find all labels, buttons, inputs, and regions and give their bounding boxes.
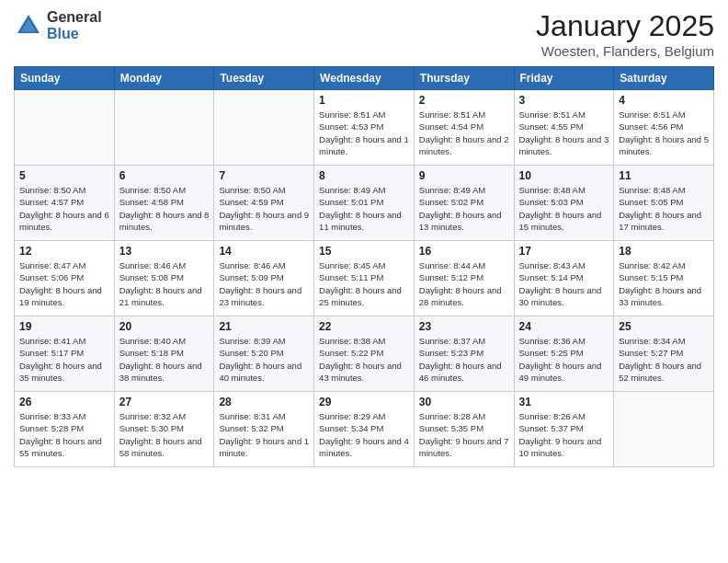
day-number: 28 <box>219 396 309 408</box>
cell-info: Sunrise: 8:51 AMSunset: 4:55 PMDaylight:… <box>519 109 609 157</box>
calendar-cell-w3-d6: 17Sunrise: 8:43 AMSunset: 5:14 PMDayligh… <box>514 241 614 316</box>
day-number: 22 <box>319 320 409 333</box>
calendar-cell-w5-d6: 31Sunrise: 8:26 AMSunset: 5:37 PMDayligh… <box>514 392 614 467</box>
day-number: 21 <box>219 320 309 333</box>
cell-info: Sunrise: 8:46 AMSunset: 5:08 PMDaylight:… <box>119 259 210 308</box>
day-number: 6 <box>119 169 210 182</box>
day-number: 29 <box>319 396 409 408</box>
header-saturday: Saturday <box>614 67 714 90</box>
day-number: 31 <box>519 396 609 408</box>
title-block: January 2025 Woesten, Flanders, Belgium <box>536 9 714 59</box>
calendar-cell-w3-d1: 12Sunrise: 8:47 AMSunset: 5:06 PMDayligh… <box>15 241 115 316</box>
day-number: 14 <box>219 245 309 258</box>
calendar-table: Sunday Monday Tuesday Wednesday Thursday… <box>14 66 714 467</box>
day-number: 8 <box>319 169 409 182</box>
cell-info: Sunrise: 8:48 AMSunset: 5:05 PMDaylight:… <box>619 184 709 233</box>
cell-info: Sunrise: 8:28 AMSunset: 5:35 PMDaylight:… <box>419 410 509 459</box>
calendar-cell-w4-d5: 23Sunrise: 8:37 AMSunset: 5:23 PMDayligh… <box>414 316 514 392</box>
calendar-cell-w2-d6: 10Sunrise: 8:48 AMSunset: 5:03 PMDayligh… <box>514 166 614 241</box>
cell-info: Sunrise: 8:51 AMSunset: 4:53 PMDaylight:… <box>319 109 409 157</box>
calendar-cell-w5-d5: 30Sunrise: 8:28 AMSunset: 5:35 PMDayligh… <box>414 392 514 467</box>
calendar-title: January 2025 <box>536 9 714 43</box>
cell-info: Sunrise: 8:49 AMSunset: 5:02 PMDaylight:… <box>419 184 509 233</box>
calendar-cell-w1-d1 <box>15 90 115 166</box>
cell-info: Sunrise: 8:49 AMSunset: 5:01 PMDaylight:… <box>319 184 409 233</box>
cell-info: Sunrise: 8:51 AMSunset: 4:56 PMDaylight:… <box>619 109 709 157</box>
day-number: 4 <box>619 94 709 107</box>
calendar-cell-w3-d7: 18Sunrise: 8:42 AMSunset: 5:15 PMDayligh… <box>614 241 714 316</box>
cell-info: Sunrise: 8:50 AMSunset: 4:58 PMDaylight:… <box>119 184 210 233</box>
cell-info: Sunrise: 8:38 AMSunset: 5:22 PMDaylight:… <box>319 335 409 384</box>
logo-text: General Blue <box>47 9 102 41</box>
day-number: 15 <box>319 245 409 258</box>
cell-info: Sunrise: 8:46 AMSunset: 5:09 PMDaylight:… <box>219 259 309 308</box>
header-monday: Monday <box>114 67 214 90</box>
cell-info: Sunrise: 8:51 AMSunset: 4:54 PMDaylight:… <box>419 109 509 157</box>
header-friday: Friday <box>514 67 614 90</box>
cell-info: Sunrise: 8:45 AMSunset: 5:11 PMDaylight:… <box>319 259 409 308</box>
day-number: 25 <box>619 320 709 333</box>
calendar-cell-w3-d2: 13Sunrise: 8:46 AMSunset: 5:08 PMDayligh… <box>114 241 214 316</box>
header-row: General Blue January 2025 Woesten, Fland… <box>14 9 714 59</box>
day-number: 3 <box>519 94 609 107</box>
calendar-body: 1Sunrise: 8:51 AMSunset: 4:53 PMDaylight… <box>15 90 714 467</box>
cell-info: Sunrise: 8:26 AMSunset: 5:37 PMDaylight:… <box>519 410 609 459</box>
day-number: 7 <box>219 169 309 182</box>
calendar-cell-w1-d2 <box>114 90 214 166</box>
calendar-cell-w5-d2: 27Sunrise: 8:32 AMSunset: 5:30 PMDayligh… <box>114 392 214 467</box>
calendar-cell-w4-d1: 19Sunrise: 8:41 AMSunset: 5:17 PMDayligh… <box>15 316 115 392</box>
calendar-cell-w1-d5: 2Sunrise: 8:51 AMSunset: 4:54 PMDaylight… <box>414 90 514 166</box>
header-tuesday: Tuesday <box>214 67 314 90</box>
day-number: 30 <box>419 396 509 408</box>
cell-info: Sunrise: 8:36 AMSunset: 5:25 PMDaylight:… <box>519 335 609 384</box>
day-number: 18 <box>619 245 709 258</box>
weekday-header-row: Sunday Monday Tuesday Wednesday Thursday… <box>15 67 714 90</box>
day-number: 10 <box>519 169 609 182</box>
calendar-cell-w4-d7: 25Sunrise: 8:34 AMSunset: 5:27 PMDayligh… <box>614 316 714 392</box>
week-row-1: 1Sunrise: 8:51 AMSunset: 4:53 PMDaylight… <box>15 90 714 166</box>
day-number: 9 <box>419 169 509 182</box>
logo-blue-text: Blue <box>47 26 102 42</box>
day-number: 12 <box>19 245 109 258</box>
day-number: 16 <box>419 245 509 258</box>
calendar-subtitle: Woesten, Flanders, Belgium <box>536 43 714 59</box>
calendar-cell-w2-d7: 11Sunrise: 8:48 AMSunset: 5:05 PMDayligh… <box>614 166 714 241</box>
calendar-cell-w2-d1: 5Sunrise: 8:50 AMSunset: 4:57 PMDaylight… <box>15 166 115 241</box>
logo-general-text: General <box>47 9 102 26</box>
calendar-cell-w5-d3: 28Sunrise: 8:31 AMSunset: 5:32 PMDayligh… <box>214 392 314 467</box>
calendar-cell-w3-d5: 16Sunrise: 8:44 AMSunset: 5:12 PMDayligh… <box>414 241 514 316</box>
cell-info: Sunrise: 8:29 AMSunset: 5:34 PMDaylight:… <box>319 410 409 459</box>
cell-info: Sunrise: 8:40 AMSunset: 5:18 PMDaylight:… <box>119 335 210 384</box>
cell-info: Sunrise: 8:41 AMSunset: 5:17 PMDaylight:… <box>19 335 109 384</box>
day-number: 2 <box>419 94 509 107</box>
calendar-cell-w2-d2: 6Sunrise: 8:50 AMSunset: 4:58 PMDaylight… <box>114 166 214 241</box>
cell-info: Sunrise: 8:43 AMSunset: 5:14 PMDaylight:… <box>519 259 609 308</box>
logo: General Blue <box>14 9 102 41</box>
cell-info: Sunrise: 8:48 AMSunset: 5:03 PMDaylight:… <box>519 184 609 233</box>
day-number: 17 <box>519 245 609 258</box>
main-container: General Blue January 2025 Woesten, Fland… <box>0 0 728 472</box>
day-number: 1 <box>319 94 409 107</box>
logo-icon <box>14 11 43 40</box>
day-number: 20 <box>119 320 210 333</box>
cell-info: Sunrise: 8:44 AMSunset: 5:12 PMDaylight:… <box>419 259 509 308</box>
header-wednesday: Wednesday <box>314 67 415 90</box>
calendar-cell-w3-d3: 14Sunrise: 8:46 AMSunset: 5:09 PMDayligh… <box>214 241 314 316</box>
day-number: 13 <box>119 245 210 258</box>
calendar-cell-w5-d1: 26Sunrise: 8:33 AMSunset: 5:28 PMDayligh… <box>15 392 115 467</box>
week-row-4: 19Sunrise: 8:41 AMSunset: 5:17 PMDayligh… <box>15 316 714 392</box>
week-row-3: 12Sunrise: 8:47 AMSunset: 5:06 PMDayligh… <box>15 241 714 316</box>
calendar-cell-w3-d4: 15Sunrise: 8:45 AMSunset: 5:11 PMDayligh… <box>314 241 415 316</box>
week-row-2: 5Sunrise: 8:50 AMSunset: 4:57 PMDaylight… <box>15 166 714 241</box>
day-number: 19 <box>19 320 109 333</box>
week-row-5: 26Sunrise: 8:33 AMSunset: 5:28 PMDayligh… <box>15 392 714 467</box>
calendar-cell-w4-d4: 22Sunrise: 8:38 AMSunset: 5:22 PMDayligh… <box>314 316 415 392</box>
cell-info: Sunrise: 8:39 AMSunset: 5:20 PMDaylight:… <box>219 335 309 384</box>
cell-info: Sunrise: 8:34 AMSunset: 5:27 PMDaylight:… <box>619 335 709 384</box>
calendar-cell-w2-d5: 9Sunrise: 8:49 AMSunset: 5:02 PMDaylight… <box>414 166 514 241</box>
day-number: 24 <box>519 320 609 333</box>
cell-info: Sunrise: 8:42 AMSunset: 5:15 PMDaylight:… <box>619 259 709 308</box>
calendar-cell-w1-d4: 1Sunrise: 8:51 AMSunset: 4:53 PMDaylight… <box>314 90 415 166</box>
calendar-cell-w4-d3: 21Sunrise: 8:39 AMSunset: 5:20 PMDayligh… <box>214 316 314 392</box>
calendar-cell-w4-d6: 24Sunrise: 8:36 AMSunset: 5:25 PMDayligh… <box>514 316 614 392</box>
